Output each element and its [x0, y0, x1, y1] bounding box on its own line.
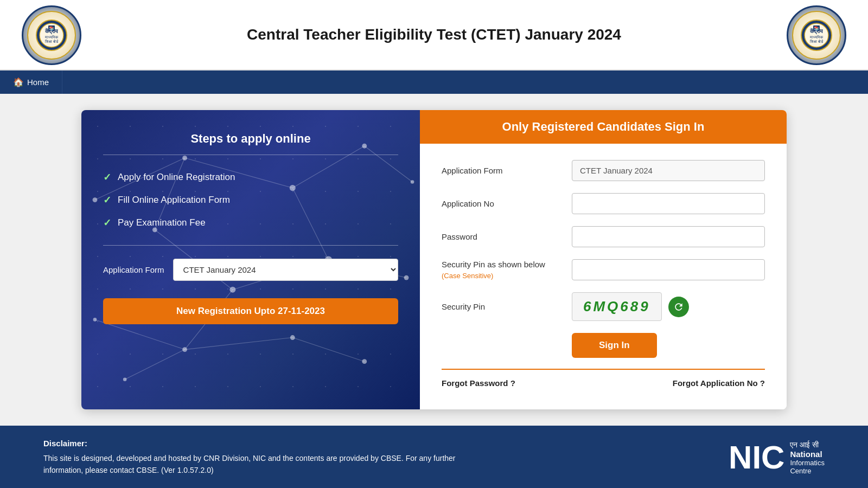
steps-list: ✓ Apply for Online Registration ✓ Fill O… — [103, 166, 398, 234]
security-pin-row-label: Security Pin — [442, 302, 561, 311]
svg-text:माध्यमिक: माध्यमिक — [44, 35, 59, 39]
svg-point-36 — [229, 287, 235, 293]
nic-logo: NIC एन आई सी National Informatics Centre — [729, 440, 825, 475]
nic-text: NIC — [729, 441, 784, 474]
app-form-label: Application Form — [103, 265, 164, 274]
svg-point-41 — [93, 318, 97, 322]
step-3-label: Pay Examination Fee — [118, 217, 206, 228]
right-panel-header: Only Registered Candidates Sign In — [420, 110, 787, 144]
form-row-security-pin-input: Security Pin as shown below (Case Sensit… — [442, 259, 765, 280]
captcha-display: 6MQ689 — [572, 292, 662, 321]
logo-right: केंद्रीय माध्यमिक शिक्षा बोर्ड 📚 — [787, 5, 846, 65]
footer-logo: NIC एन आई सी National Informatics Centre — [729, 440, 825, 475]
captcha-refresh-button[interactable] — [668, 297, 689, 317]
svg-line-26 — [292, 338, 364, 362]
svg-text:शिक्षा बोर्ड: शिक्षा बोर्ड — [44, 39, 59, 43]
svg-text:माध्यमिक: माध्यमिक — [809, 35, 824, 39]
check-icon-2: ✓ — [103, 194, 111, 206]
app-form-select[interactable]: CTET January 2024 — [173, 259, 398, 281]
form-row-security-pin-display: Security Pin 6MQ689 — [442, 292, 765, 321]
page-title: Central Teacher Eligibility Test (CTET) … — [247, 26, 621, 43]
check-icon-1: ✓ — [103, 171, 111, 183]
svg-text:📚: 📚 — [49, 25, 54, 31]
page-header: केंद्रीय माध्यमिक शिक्षा बोर्ड 📚 Central… — [0, 0, 868, 70]
panel-divider — [442, 369, 765, 370]
main-content: Steps to apply online ✓ Apply for Online… — [0, 94, 868, 426]
main-card: Steps to apply online ✓ Apply for Online… — [81, 110, 787, 409]
sign-in-button[interactable]: Sign In — [572, 333, 657, 358]
svg-point-34 — [404, 275, 409, 280]
cbse-emblem-right: केंद्रीय माध्यमिक शिक्षा बोर्ड 📚 — [792, 11, 841, 60]
logo-left: केंद्रीय माध्यमिक शिक्षा बोर्ड 📚 — [22, 5, 81, 65]
svg-line-27 — [125, 350, 184, 380]
svg-point-29 — [182, 156, 187, 160]
left-divider — [103, 245, 398, 246]
forgot-application-link[interactable]: Forgot Application No ? — [673, 378, 765, 388]
nic-national: National — [790, 450, 825, 459]
new-registration-button[interactable]: New Registration Upto 27-11-2023 — [103, 298, 398, 324]
svg-point-32 — [411, 180, 414, 184]
disclaimer-body: This site is designed, developed and hos… — [43, 452, 477, 477]
step-1: ✓ Apply for Online Registration — [103, 166, 398, 189]
svg-point-40 — [123, 377, 127, 381]
svg-text:📚: 📚 — [814, 25, 819, 31]
steps-title: Steps to apply online — [103, 132, 398, 155]
form-row-password: Password — [442, 226, 765, 247]
form-row-app-no: Application No — [442, 193, 765, 214]
nav-home[interactable]: 🏠 Home — [0, 70, 62, 94]
disclaimer-title: Disclaimer: — [43, 439, 477, 448]
svg-line-25 — [185, 338, 293, 350]
app-form-row: Application Form CTET January 2024 — [103, 259, 398, 281]
cbse-emblem-left: केंद्रीय माध्यमिक शिक्षा बोर्ड 📚 — [27, 11, 76, 60]
password-label: Password — [442, 232, 561, 241]
svg-text:शिक्षा बोर्ड: शिक्षा बोर्ड — [809, 39, 824, 43]
application-no-label: Application No — [442, 199, 561, 208]
step-1-label: Apply for Online Registration — [118, 172, 235, 183]
nav-home-label: Home — [27, 78, 49, 87]
right-panel-body: Application Form Application No Password — [420, 144, 787, 409]
footer-text: Disclaimer: This site is designed, devel… — [43, 439, 477, 477]
captcha-area: 6MQ689 — [572, 292, 689, 321]
nic-hindi: एन आई सी — [790, 440, 825, 450]
nic-info: एन आई सी National Informatics Centre — [790, 440, 825, 475]
password-input[interactable] — [572, 226, 765, 247]
forgot-row: Forgot Password ? Forgot Application No … — [442, 378, 765, 393]
application-no-input[interactable] — [572, 193, 765, 214]
security-pin-label: Security Pin as shown below — [442, 260, 545, 269]
home-icon: 🏠 — [13, 77, 24, 87]
svg-point-37 — [182, 347, 187, 352]
step-2: ✓ Fill Online Application Form — [103, 189, 398, 211]
svg-point-38 — [290, 335, 295, 340]
footer: Disclaimer: This site is designed, devel… — [0, 426, 868, 488]
svg-point-28 — [93, 197, 98, 202]
form-row-application: Application Form — [442, 160, 765, 181]
navbar: 🏠 Home — [0, 70, 868, 94]
application-form-input — [572, 160, 765, 181]
security-pin-input[interactable] — [572, 259, 765, 280]
forgot-password-link[interactable]: Forgot Password ? — [442, 378, 515, 388]
sign-in-title: Only Registered Candidates Sign In — [436, 120, 770, 134]
case-sensitive-note: (Case Sensitive) — [442, 272, 561, 280]
right-panel: Only Registered Candidates Sign In Appli… — [420, 110, 787, 409]
svg-point-39 — [362, 359, 367, 364]
check-icon-3: ✓ — [103, 217, 111, 229]
nic-informatics: Informatics — [790, 459, 825, 467]
step-2-label: Fill Online Application Form — [118, 195, 230, 206]
left-panel: Steps to apply online ✓ Apply for Online… — [81, 110, 420, 409]
nic-centre: Centre — [790, 467, 825, 475]
application-form-label: Application Form — [442, 166, 561, 175]
step-3: ✓ Pay Examination Fee — [103, 211, 398, 234]
refresh-icon — [673, 301, 684, 312]
